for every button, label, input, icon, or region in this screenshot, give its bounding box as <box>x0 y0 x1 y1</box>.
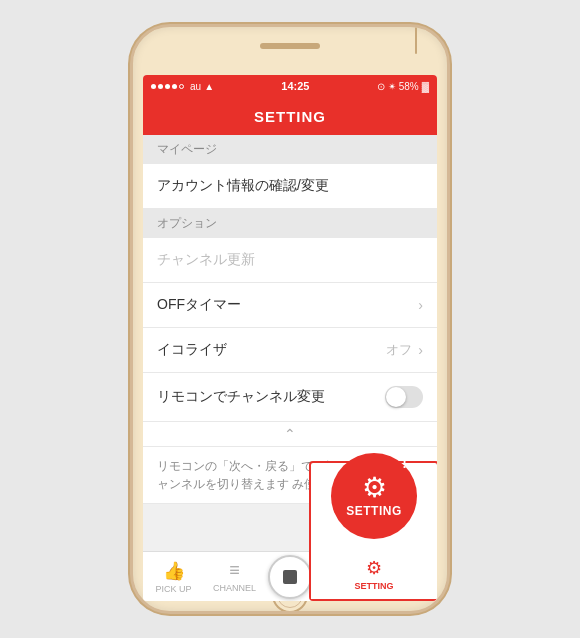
tab-bar: 👍 PICK UP ≡ CHANNEL ♡ FAVORITE ⚙ SETTING <box>143 551 437 601</box>
section-options: オプション <box>143 209 437 238</box>
status-right: ⊙ ✴ 58% ▓ <box>377 81 429 92</box>
equalizer-value: オフ <box>386 341 412 359</box>
signal-dots <box>151 84 184 89</box>
dot4 <box>172 84 177 89</box>
status-bar: au ▲ 14:25 ⊙ ✴ 58% ▓ <box>143 75 437 97</box>
menu-equalizer[interactable]: イコライザ オフ › <box>143 328 437 373</box>
stop-icon <box>283 570 297 584</box>
status-left: au ▲ <box>151 81 214 92</box>
menu-off-timer[interactable]: OFFタイマー › <box>143 283 437 328</box>
menu-account[interactable]: アカウント情報の確認/変更 <box>143 164 437 209</box>
bubble-label-text: SETTING <box>346 504 402 518</box>
battery-label: 58% <box>399 81 419 92</box>
chevron-right-icon2: › <box>418 342 423 358</box>
collapse-icon[interactable]: ⌃ <box>143 422 437 447</box>
menu-remote-channel[interactable]: リモコンでチャンネル変更 <box>143 373 437 422</box>
phone-frame: au ▲ 14:25 ⊙ ✴ 58% ▓ SETTING マイページ アカウント… <box>130 24 450 614</box>
battery-icon: ▓ <box>422 81 429 92</box>
power-button <box>415 24 417 54</box>
menu-channel-label: チャンネル更新 <box>157 251 255 269</box>
section-mypage: マイページ <box>143 135 437 164</box>
volume-down-button <box>130 157 133 185</box>
list-icon: ≡ <box>229 560 240 581</box>
tab-channel[interactable]: ≡ CHANNEL <box>204 552 265 601</box>
thumbsup-icon: 👍 <box>163 560 185 582</box>
location-icon: ⊙ <box>377 81 385 92</box>
menu-channel-update[interactable]: チャンネル更新 <box>143 238 437 283</box>
chevron-right-icon: › <box>418 297 423 313</box>
setting-bubble-circle[interactable]: ⚙ ! SETTING <box>331 453 417 539</box>
dot1 <box>151 84 156 89</box>
setting-bubble-overlay: ⚙ ! SETTING ⚙ SETTING <box>309 461 437 601</box>
dot3 <box>165 84 170 89</box>
tab-channel-label: CHANNEL <box>213 583 256 593</box>
menu-equalizer-label: イコライザ <box>157 341 227 359</box>
menu-account-label: アカウント情報の確認/変更 <box>157 177 329 195</box>
bluetooth-icon: ✴ <box>388 81 396 92</box>
tab-pickup-label: PICK UP <box>155 584 191 594</box>
app-header: SETTING <box>143 97 437 135</box>
app-title: SETTING <box>254 108 326 125</box>
menu-remote-label: リモコンでチャンネル変更 <box>157 388 325 406</box>
phone-screen: au ▲ 14:25 ⊙ ✴ 58% ▓ SETTING マイページ アカウント… <box>143 75 437 601</box>
tab-pickup[interactable]: 👍 PICK UP <box>143 552 204 601</box>
phone-speaker <box>260 43 320 49</box>
status-time: 14:25 <box>281 80 309 92</box>
carrier-label: au <box>190 81 201 92</box>
volume-up-button <box>130 117 133 145</box>
bubble-setting-icon: ⚙ <box>366 557 382 579</box>
play-button[interactable] <box>268 555 312 599</box>
toggle-switch[interactable] <box>385 386 423 408</box>
tab-play[interactable] <box>265 552 315 601</box>
dot5 <box>179 84 184 89</box>
toggle-knob <box>386 387 406 407</box>
wifi-icon: ▲ <box>204 81 214 92</box>
bubble-exclaim-icon: ! <box>402 455 407 471</box>
bubble-bottom: ⚙ SETTING <box>311 549 437 599</box>
dot2 <box>158 84 163 89</box>
bubble-gear-icon: ⚙ <box>362 474 387 502</box>
menu-off-timer-label: OFFタイマー <box>157 296 241 314</box>
bubble-bottom-label: SETTING <box>354 581 393 591</box>
